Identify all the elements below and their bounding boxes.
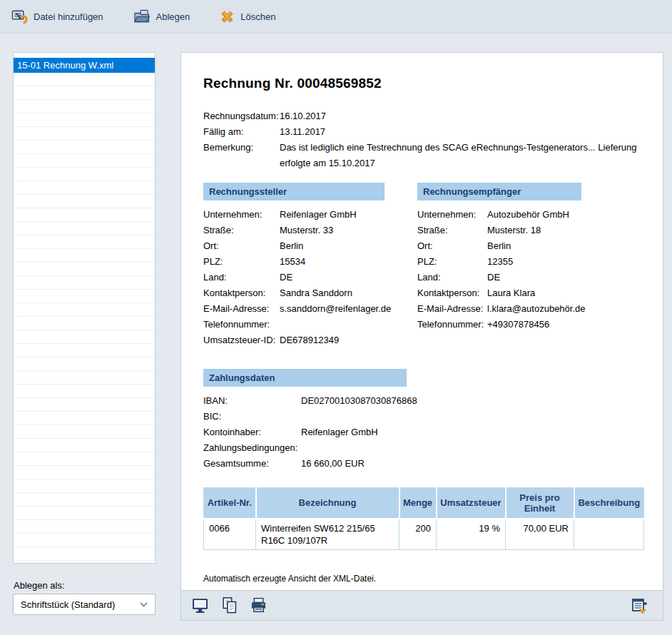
add-file-button[interactable]: Datei hinzufügen <box>7 6 108 27</box>
buyer-label: E-Mail-Adresse: <box>417 301 487 317</box>
app-window: { "colors": { "accent_blue": "#0078d7", … <box>0 0 672 635</box>
seller-value: Berlin <box>280 238 303 254</box>
file-list-empty-row <box>16 371 153 385</box>
buyer-value: Musterstr. 18 <box>487 223 541 238</box>
file-list-empty-row <box>16 154 153 168</box>
file-list-empty-row <box>16 249 153 263</box>
buyer-label: Ort: <box>417 238 487 254</box>
file-list-empty-row <box>16 208 153 222</box>
invoice-preview-panel: Rechnung Nr. 00048569852 Rechnungsdatum:… <box>180 52 663 621</box>
invoice-title: Rechnung Nr. 00048569852 <box>203 76 643 91</box>
file-list-empty-row <box>16 385 153 398</box>
seller-value: Sandra Sanddorn <box>280 285 352 301</box>
meta-row: Bemerkung: Das ist lediglich eine Testre… <box>203 140 643 171</box>
cell-menge: 200 <box>399 519 437 550</box>
payment-label: Kontoinhaber: <box>203 425 301 440</box>
file-list-empty-row <box>16 317 153 330</box>
items-header-row: Artikel-Nr. Bezeichnung Menge Umsatzsteu… <box>204 488 644 519</box>
file-list-empty-row <box>16 235 153 249</box>
buyer-value: Laura Klara <box>487 285 535 301</box>
seller-label: E-Mail-Adresse: <box>203 301 280 317</box>
copy-icon[interactable] <box>220 596 238 614</box>
file-list-empty-row <box>16 290 153 303</box>
file-list-empty-row <box>16 547 153 561</box>
file-list-empty-row <box>16 534 153 547</box>
cell-beschreibung <box>574 519 644 550</box>
invoice-meta: Rechnungsdatum: 16.10.2017 Fällig am: 13… <box>203 108 643 171</box>
file-list-empty-row <box>16 168 153 181</box>
payment-label: Zahlungsbedingungen: <box>203 440 301 456</box>
seller-value: Reifenlager GmbH <box>280 207 357 223</box>
buyer-heading: Rechnungsempfänger <box>417 183 581 200</box>
buyer-section: Rechnungsempfänger Unternehmen:Autozubeh… <box>417 183 581 348</box>
chevron-down-icon <box>140 602 148 607</box>
file-away-as-dropdown[interactable]: Schriftstück (Standard) <box>13 594 156 615</box>
items-row: 0066 Winterreifen SW612 215/65 R16C 109/… <box>204 519 644 550</box>
file-list-empty-row <box>16 113 153 127</box>
file-list-empty-row <box>16 412 153 425</box>
meta-value: 16.10.2017 <box>280 108 326 124</box>
add-file-icon <box>11 9 28 24</box>
payment-value: Reifenlager GmbH <box>301 425 378 440</box>
seller-label: Umsatzsteuer-ID: <box>203 332 280 348</box>
col-header-umsatzsteuer: Umsatzsteuer <box>437 488 506 519</box>
file-away-button[interactable]: Ablegen <box>129 6 195 26</box>
buyer-label: Straße: <box>417 223 487 238</box>
file-list-empty-row <box>16 561 153 564</box>
delete-x-icon <box>220 9 235 24</box>
seller-label: PLZ: <box>203 254 280 270</box>
file-away-label: Ablegen <box>156 11 190 22</box>
seller-label: Ort: <box>203 238 280 254</box>
file-list-empty-row <box>16 479 153 493</box>
payment-label: BIC: <box>203 409 301 425</box>
meta-row: Fällig am: 13.11.2017 <box>203 124 643 140</box>
buyer-value: 12355 <box>487 254 513 270</box>
file-list-empty-row <box>16 439 153 452</box>
monitor-icon[interactable] <box>191 596 209 614</box>
file-list-empty-row <box>16 357 153 371</box>
seller-section: Rechnungssteller Unternehmen:Reifenlager… <box>203 183 385 348</box>
file-list-empty-row <box>16 263 153 276</box>
invoice-document: Rechnung Nr. 00048569852 Rechnungsdatum:… <box>181 53 663 590</box>
meta-value: 13.11.2017 <box>280 124 325 140</box>
seller-value: 15534 <box>280 254 305 270</box>
seller-label: Straße: <box>203 223 280 238</box>
col-header-preis-pro-einheit: Preis pro Einheit <box>506 488 574 519</box>
file-list-empty-row <box>16 520 153 534</box>
file-list-empty-row <box>16 344 153 357</box>
meta-value: Das ist lediglich eine Testrechnung des … <box>280 140 643 171</box>
file-list-empty-row <box>16 398 153 412</box>
preview-toolbar <box>181 590 663 620</box>
xml-view-note: Automatisch erzeugte Ansicht der XML-Dat… <box>203 574 643 584</box>
file-list-empty-row <box>16 100 153 113</box>
file-list-empty-row <box>16 466 153 479</box>
file-list-item-selected[interactable]: 15-01 Rechnung W.xml <box>14 58 155 73</box>
print-icon[interactable] <box>250 596 268 614</box>
payment-label: IBAN: <box>203 393 301 409</box>
buyer-label: Land: <box>417 270 487 285</box>
meta-row: Rechnungsdatum: 16.10.2017 <box>203 108 643 124</box>
buyer-value: DE <box>487 270 500 285</box>
seller-label: Land: <box>203 270 280 285</box>
file-list-empty-row <box>16 303 153 317</box>
export-view-icon[interactable] <box>630 596 648 615</box>
file-list-empty-row <box>16 195 153 208</box>
meta-label: Fällig am: <box>203 124 280 140</box>
seller-value: DE678912349 <box>280 332 339 348</box>
top-toolbar: Datei hinzufügen Ablegen Löschen <box>0 0 672 34</box>
file-list-empty-row <box>16 181 153 195</box>
meta-label: Bemerkung: <box>203 140 280 171</box>
buyer-label: Kontaktperson: <box>417 285 487 301</box>
buyer-label: PLZ: <box>417 254 487 270</box>
file-list[interactable]: 15-01 Rechnung W.xml <box>13 52 156 564</box>
buyer-label: Unternehmen: <box>417 207 487 223</box>
payment-value: DE02700103087030876868 <box>301 393 417 409</box>
parties-section: Rechnungssteller Unternehmen:Reifenlager… <box>203 183 643 348</box>
col-header-bezeichnung: Bezeichnung <box>256 488 399 519</box>
cell-artikel-nr: 0066 <box>204 519 256 550</box>
file-list-empty-row <box>16 127 153 141</box>
file-list-empty-row <box>16 507 153 520</box>
file-list-empty-row <box>16 86 153 100</box>
delete-button[interactable]: Löschen <box>215 6 280 27</box>
seller-heading: Rechnungssteller <box>203 183 385 200</box>
